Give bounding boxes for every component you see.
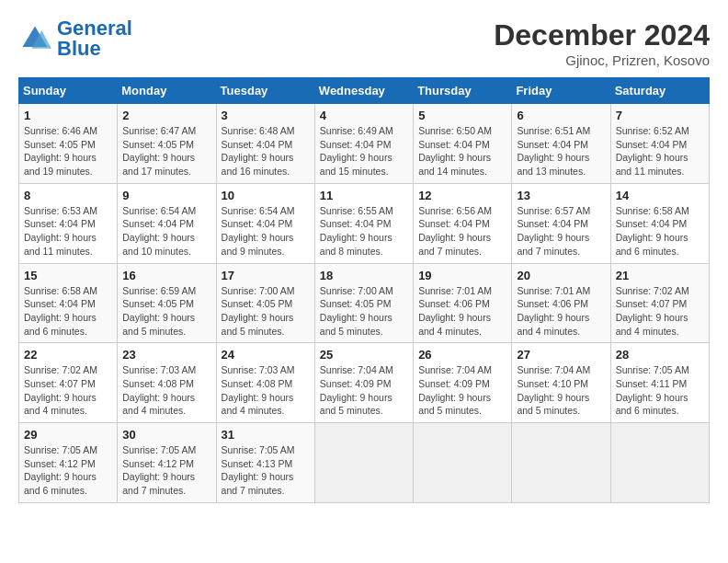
calendar-day-9: 9 Sunrise: 6:54 AM Sunset: 4:04 PM Dayli…: [118, 183, 216, 263]
calendar-day-11: 11 Sunrise: 6:55 AM Sunset: 4:04 PM Dayl…: [314, 183, 413, 263]
day-info: Sunrise: 6:54 AM Sunset: 4:04 PM Dayligh…: [122, 204, 210, 259]
day-number: 21: [616, 269, 704, 282]
sunrise-label: Sunrise: 6:55 AM: [320, 205, 393, 216]
sunset-label: Sunset: 4:04 PM: [616, 139, 688, 150]
day-of-week-friday: Friday: [512, 78, 610, 104]
sunrise-label: Sunrise: 7:05 AM: [616, 364, 689, 375]
day-number: 11: [320, 189, 408, 202]
day-info: Sunrise: 6:51 AM Sunset: 4:04 PM Dayligh…: [517, 124, 605, 178]
day-number: 7: [616, 109, 704, 122]
calendar-week-1: 1 Sunrise: 6:46 AM Sunset: 4:05 PM Dayli…: [19, 104, 710, 184]
sunrise-label: Sunrise: 6:50 AM: [418, 125, 492, 136]
day-info: Sunrise: 7:01 AM Sunset: 4:06 PM Dayligh…: [517, 284, 605, 339]
day-number: 22: [24, 348, 112, 362]
daylight-label: Daylight: 9 hours and 4 minutes.: [517, 312, 589, 337]
calendar-day-2: 2 Sunrise: 6:47 AM Sunset: 4:05 PM Dayli…: [118, 104, 216, 184]
sunrise-label: Sunrise: 7:04 AM: [517, 364, 590, 375]
day-of-week-thursday: Thursday: [414, 78, 512, 104]
day-info: Sunrise: 7:00 AM Sunset: 4:05 PM Dayligh…: [222, 284, 310, 339]
sunset-label: Sunset: 4:06 PM: [517, 298, 588, 309]
calendar-week-4: 22 Sunrise: 7:02 AM Sunset: 4:07 PM Dayl…: [19, 343, 710, 423]
day-number: 23: [122, 348, 210, 362]
sunrise-label: Sunrise: 6:49 AM: [320, 125, 393, 136]
sunset-label: Sunset: 4:04 PM: [24, 218, 96, 229]
calendar-day-24: 24 Sunrise: 7:03 AM Sunset: 4:08 PM Dayl…: [216, 343, 314, 423]
logo: General Blue: [18, 18, 132, 59]
daylight-label: Daylight: 9 hours and 9 minutes.: [222, 232, 294, 257]
day-info: Sunrise: 7:00 AM Sunset: 4:05 PM Dayligh…: [320, 284, 408, 339]
sunrise-label: Sunrise: 7:04 AM: [418, 364, 492, 375]
sunset-label: Sunset: 4:04 PM: [418, 218, 490, 229]
day-info: Sunrise: 7:03 AM Sunset: 4:08 PM Dayligh…: [122, 363, 210, 418]
daylight-label: Daylight: 9 hours and 4 minutes.: [222, 392, 294, 417]
subtitle: Gjinoc, Prizren, Kosovo: [494, 52, 710, 68]
sunrise-label: Sunrise: 7:05 AM: [122, 444, 196, 455]
calendar-day-13: 13 Sunrise: 6:57 AM Sunset: 4:04 PM Dayl…: [512, 183, 610, 263]
day-number: 27: [517, 348, 605, 362]
day-number: 9: [122, 189, 210, 202]
daylight-label: Daylight: 9 hours and 16 minutes.: [222, 152, 294, 177]
calendar-day-27: 27 Sunrise: 7:04 AM Sunset: 4:10 PM Dayl…: [512, 343, 610, 423]
calendar-day-30: 30 Sunrise: 7:05 AM Sunset: 4:12 PM Dayl…: [118, 423, 216, 503]
day-number: 24: [222, 348, 310, 362]
day-info: Sunrise: 6:47 AM Sunset: 4:05 PM Dayligh…: [122, 124, 210, 178]
calendar-day-19: 19 Sunrise: 7:01 AM Sunset: 4:06 PM Dayl…: [414, 263, 512, 343]
day-of-week-saturday: Saturday: [610, 78, 709, 104]
sunset-label: Sunset: 4:11 PM: [616, 378, 688, 389]
calendar-day-23: 23 Sunrise: 7:03 AM Sunset: 4:08 PM Dayl…: [118, 343, 216, 423]
daylight-label: Daylight: 9 hours and 6 minutes.: [616, 392, 688, 417]
sunrise-label: Sunrise: 6:48 AM: [222, 125, 295, 136]
calendar-day-4: 4 Sunrise: 6:49 AM Sunset: 4:04 PM Dayli…: [314, 104, 413, 184]
daylight-label: Daylight: 9 hours and 6 minutes.: [24, 312, 97, 337]
sunrise-label: Sunrise: 6:54 AM: [122, 205, 196, 216]
sunset-label: Sunset: 4:04 PM: [320, 139, 392, 150]
sunset-label: Sunset: 4:04 PM: [24, 298, 96, 309]
daylight-label: Daylight: 9 hours and 7 minutes.: [222, 471, 294, 496]
daylight-label: Daylight: 9 hours and 5 minutes.: [418, 392, 491, 417]
sunset-label: Sunset: 4:04 PM: [517, 218, 588, 229]
day-info: Sunrise: 6:59 AM Sunset: 4:05 PM Dayligh…: [122, 284, 210, 339]
calendar-day-3: 3 Sunrise: 6:48 AM Sunset: 4:04 PM Dayli…: [216, 104, 314, 184]
sunrise-label: Sunrise: 6:57 AM: [517, 205, 590, 216]
sunset-label: Sunset: 4:05 PM: [122, 298, 194, 309]
calendar-week-5: 29 Sunrise: 7:05 AM Sunset: 4:12 PM Dayl…: [19, 423, 710, 503]
day-number: 30: [122, 428, 210, 442]
page-header: General Blue December 2024 Gjinoc, Prizr…: [18, 18, 710, 68]
sunrise-label: Sunrise: 7:02 AM: [24, 364, 97, 375]
day-info: Sunrise: 7:04 AM Sunset: 4:09 PM Dayligh…: [320, 363, 408, 418]
day-number: 5: [418, 109, 506, 122]
sunrise-label: Sunrise: 6:54 AM: [222, 205, 295, 216]
day-number: 6: [517, 109, 605, 122]
sunset-label: Sunset: 4:05 PM: [320, 298, 392, 309]
sunrise-label: Sunrise: 6:59 AM: [122, 285, 196, 296]
day-number: 1: [24, 109, 112, 122]
sunset-label: Sunset: 4:08 PM: [122, 378, 194, 389]
daylight-label: Daylight: 9 hours and 11 minutes.: [616, 152, 688, 177]
day-info: Sunrise: 7:01 AM Sunset: 4:06 PM Dayligh…: [418, 284, 506, 339]
daylight-label: Daylight: 9 hours and 14 minutes.: [418, 152, 491, 177]
sunrise-label: Sunrise: 7:04 AM: [320, 364, 393, 375]
daylight-label: Daylight: 9 hours and 15 minutes.: [320, 152, 392, 177]
logo-icon: [18, 22, 51, 55]
sunset-label: Sunset: 4:04 PM: [222, 139, 293, 150]
day-info: Sunrise: 7:05 AM Sunset: 4:11 PM Dayligh…: [616, 363, 704, 418]
day-number: 4: [320, 109, 408, 122]
calendar-day-31: 31 Sunrise: 7:05 AM Sunset: 4:13 PM Dayl…: [216, 423, 314, 503]
sunrise-label: Sunrise: 7:01 AM: [517, 285, 590, 296]
sunrise-label: Sunrise: 6:58 AM: [616, 205, 689, 216]
sunrise-label: Sunrise: 7:05 AM: [24, 444, 97, 455]
day-of-week-tuesday: Tuesday: [216, 78, 314, 104]
day-number: 3: [222, 109, 310, 122]
day-info: Sunrise: 7:05 AM Sunset: 4:12 PM Dayligh…: [122, 443, 210, 498]
sunset-label: Sunset: 4:04 PM: [418, 139, 490, 150]
sunrise-label: Sunrise: 6:52 AM: [616, 125, 689, 136]
day-number: 18: [320, 269, 408, 282]
day-number: 26: [418, 348, 506, 362]
day-of-week-sunday: Sunday: [19, 78, 118, 104]
sunset-label: Sunset: 4:04 PM: [616, 218, 688, 229]
day-info: Sunrise: 7:03 AM Sunset: 4:08 PM Dayligh…: [222, 363, 310, 418]
daylight-label: Daylight: 9 hours and 13 minutes.: [517, 152, 589, 177]
day-info: Sunrise: 7:04 AM Sunset: 4:10 PM Dayligh…: [517, 363, 605, 418]
daylight-label: Daylight: 9 hours and 17 minutes.: [122, 152, 195, 177]
daylight-label: Daylight: 9 hours and 6 minutes.: [24, 471, 97, 496]
